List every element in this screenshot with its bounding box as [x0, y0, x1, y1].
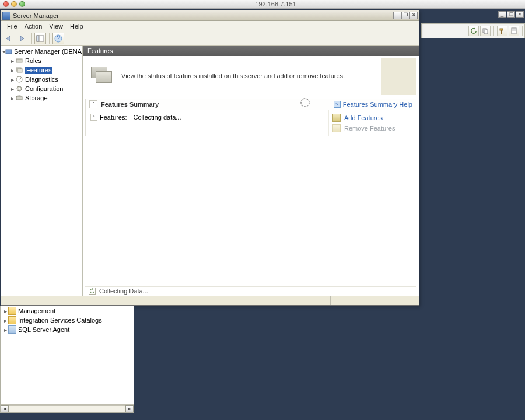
sm-titlebar[interactable]: Server Manager _ ❐ ✕	[1, 10, 419, 21]
menu-action[interactable]: Action	[21, 22, 46, 31]
collapse-icon[interactable]: ˄	[90, 114, 97, 121]
features-label: Features:	[100, 114, 127, 121]
expand-icon[interactable]: ▸	[9, 95, 15, 102]
busy-cursor-icon	[300, 97, 310, 108]
remove-features-icon	[332, 124, 341, 132]
sql-scrollbar[interactable]: ◂ ▸	[1, 404, 134, 412]
roles-icon	[15, 57, 23, 65]
outer-restore-button[interactable]: ❐	[507, 11, 515, 18]
svg-rect-1	[484, 30, 488, 34]
summary-title: Features Summary	[101, 101, 159, 108]
add-features-link[interactable]: Add Features	[332, 113, 412, 123]
scroll-right-button[interactable]: ▸	[125, 405, 134, 412]
mac-zoom-button[interactable]	[19, 1, 25, 7]
outer-tool-refresh-icon[interactable]	[468, 26, 479, 36]
sql-object-explorer[interactable]: ▸ Management ▸ Integration Services Cata…	[0, 306, 134, 413]
svg-rect-3	[501, 30, 502, 34]
tree-diagnostics[interactable]: ▸ Diagnostics	[1, 75, 82, 84]
svg-rect-20	[16, 97, 22, 100]
window-status-strip	[1, 296, 419, 305]
add-features-label: Add Features	[344, 114, 383, 121]
menu-file[interactable]: File	[4, 22, 21, 31]
summary-body: ˄ Features: Collecting data...	[86, 110, 328, 136]
toolbar-panel-icon[interactable]	[34, 33, 46, 44]
svg-rect-11	[6, 50, 12, 54]
section-header: Features	[83, 46, 419, 56]
intro-panel: View the status of features installed on…	[85, 58, 416, 95]
gear-icon	[15, 85, 23, 93]
expand-icon[interactable]: ▸	[9, 86, 15, 92]
nav-back-button[interactable]	[3, 33, 15, 44]
sql-node-integration-services[interactable]: ▸ Integration Services Catalogs	[1, 316, 134, 325]
nav-forward-button[interactable]	[16, 33, 28, 44]
svg-point-21	[301, 99, 309, 107]
toolbar-help-icon[interactable]: ?	[52, 33, 64, 44]
status-text: Collecting Data...	[99, 288, 148, 295]
sm-close-button[interactable]: ✕	[410, 12, 418, 19]
expand-icon[interactable]: ▸	[2, 327, 8, 333]
sm-minimize-button[interactable]: _	[393, 12, 401, 19]
expand-icon[interactable]: ▸	[9, 58, 15, 64]
tree-configuration[interactable]: ▸ Configuration	[1, 84, 82, 93]
remove-features-label: Remove Features	[344, 125, 395, 132]
tree-roles[interactable]: ▸ Roles	[1, 56, 82, 65]
tree-storage[interactable]: ▸ Storage	[1, 93, 82, 103]
expand-icon[interactable]: ▸	[2, 308, 8, 314]
outer-toolbar	[421, 23, 525, 38]
outer-window-controls: _ ❐ ✕	[498, 10, 524, 19]
svg-rect-8	[37, 36, 39, 41]
tree-features[interactable]: ▸ Features	[1, 65, 82, 75]
sql-label: SQL Server Agent	[18, 326, 69, 333]
outer-tool-copy-icon[interactable]	[480, 26, 491, 36]
agent-icon	[8, 326, 16, 334]
scroll-left-button[interactable]: ◂	[1, 405, 9, 412]
outer-close-button[interactable]: ✕	[516, 11, 524, 18]
server-manager-icon	[2, 12, 10, 20]
storage-icon	[15, 94, 23, 102]
sql-label: Management	[18, 307, 55, 314]
features-status: Collecting data...	[134, 114, 181, 121]
menu-bar: File Action View Help	[1, 21, 419, 32]
mac-minimize-button[interactable]	[11, 1, 17, 7]
nav-tree[interactable]: ▾ Server Manager (DENALISRV1) ▸ Roles ▸ …	[1, 46, 83, 296]
help-icon: ?	[334, 101, 341, 108]
outer-tool-page-icon[interactable]	[509, 26, 519, 36]
summary-actions: Add Features Remove Features	[328, 110, 416, 136]
remove-features-link[interactable]: Remove Features	[332, 123, 412, 134]
expand-icon[interactable]: ▸	[9, 76, 15, 83]
scroll-track[interactable]	[9, 405, 125, 412]
expand-icon[interactable]: ▸	[9, 67, 15, 74]
outer-tool-hammer-icon[interactable]	[497, 26, 508, 36]
server-manager-window: Server Manager _ ❐ ✕ File Action View He…	[1, 10, 419, 306]
collapse-icon[interactable]: ˄	[89, 100, 97, 108]
folder-icon	[8, 316, 16, 324]
mac-titlebar: 192.168.7.151	[0, 0, 525, 9]
sm-maximize-button[interactable]: ❐	[401, 12, 410, 19]
sql-label: Integration Services Catalogs	[18, 317, 102, 324]
features-icon	[15, 66, 23, 74]
tree-root[interactable]: ▾ Server Manager (DENALISRV1)	[1, 47, 82, 56]
expand-icon[interactable]: ▸	[2, 317, 8, 324]
summary-help-link[interactable]: ? Features Summary Help	[334, 101, 412, 108]
menu-view[interactable]: View	[46, 22, 66, 31]
mac-close-button[interactable]	[3, 1, 9, 7]
server-icon	[5, 47, 12, 55]
svg-text:?: ?	[57, 34, 60, 41]
folder-icon	[8, 307, 16, 315]
intro-text: View the status of features installed on…	[121, 72, 345, 79]
status-bar: Collecting Data...	[85, 286, 416, 295]
window-title: Server Manager	[13, 12, 59, 19]
sql-node-management[interactable]: ▸ Management	[1, 306, 134, 316]
summary-header: ˄ Features Summary ? Features Summary He…	[86, 99, 416, 110]
features-large-icon	[91, 64, 114, 88]
svg-rect-2	[500, 29, 503, 30]
toolbar: ?	[1, 32, 419, 46]
outer-minimize-button[interactable]: _	[498, 11, 506, 18]
svg-rect-14	[18, 69, 22, 72]
sql-node-sql-server-agent[interactable]: ▸ SQL Server Agent	[1, 325, 134, 334]
intro-right-stub	[382, 58, 416, 94]
menu-help[interactable]: Help	[66, 22, 87, 31]
add-features-icon	[332, 114, 341, 122]
svg-rect-12	[16, 59, 22, 62]
summary-help-label: Features Summary Help	[343, 101, 412, 108]
